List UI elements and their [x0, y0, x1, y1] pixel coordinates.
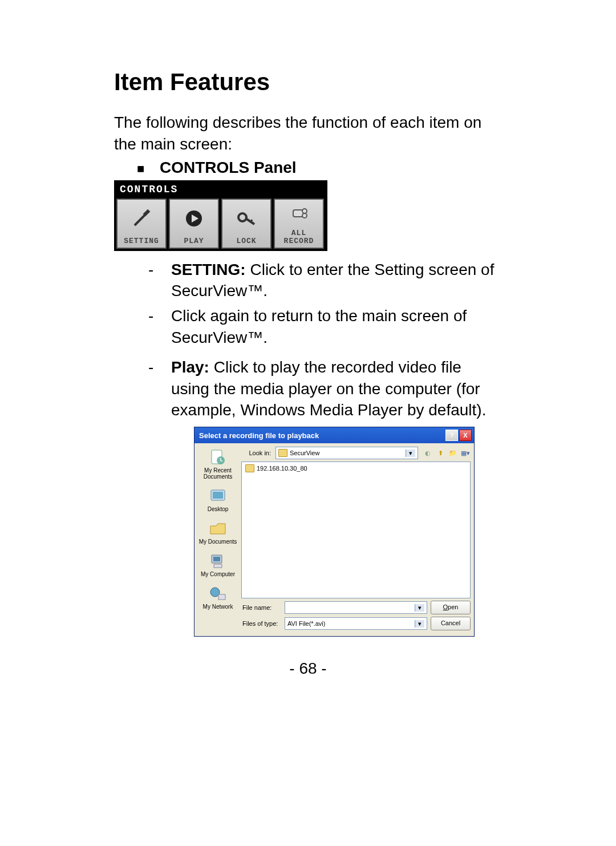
cancel-button[interactable]: Cancel — [431, 617, 471, 630]
camera-icon — [287, 200, 310, 230]
svg-point-4 — [238, 213, 246, 221]
chevron-down-icon: ▾ — [415, 620, 424, 628]
svg-line-0 — [135, 214, 146, 225]
desc-play-label: Play: — [171, 358, 209, 376]
nav-up-icon[interactable]: ⬆ — [435, 448, 445, 458]
my-network-icon — [208, 584, 228, 602]
svg-rect-15 — [213, 557, 220, 561]
close-button[interactable]: X — [459, 430, 472, 441]
controls-panel-title: CONTROLS — [115, 181, 326, 197]
svg-rect-13 — [213, 492, 223, 499]
filename-input[interactable]: ▾ — [285, 601, 427, 614]
desc-setting: - SETTING: Click to enter the Setting sc… — [148, 259, 502, 302]
chevron-down-icon: ▾ — [406, 450, 415, 457]
open-button[interactable]: Open — [431, 601, 471, 614]
open-button-label: pen — [448, 604, 458, 610]
setting-button[interactable]: SETTING — [116, 199, 167, 249]
setting-button-label: SETTING — [124, 237, 159, 245]
page-heading: Item Features — [114, 68, 502, 96]
chevron-down-icon: ▾ — [415, 604, 424, 612]
lookin-select[interactable]: SecurView ▾ — [275, 447, 418, 459]
place-mydocs[interactable]: My Documents — [194, 517, 241, 549]
lock-button[interactable]: LOCK — [221, 199, 271, 249]
filetype-label: Files of type: — [241, 620, 281, 627]
play-button-label: PLAY — [184, 237, 204, 245]
file-list[interactable]: 192.168.10.30_80 — [241, 462, 471, 598]
lookin-label: Look in: — [241, 450, 273, 456]
page-number: - 68 - — [114, 659, 502, 678]
nav-newfolder-icon[interactable]: 📁 — [448, 448, 458, 458]
dialog-titlebar: Select a recording file to playback ? X — [194, 427, 474, 443]
place-mynet[interactable]: My Network — [194, 582, 241, 614]
intro-text: The following describes the function of … — [114, 112, 502, 155]
my-documents-icon — [208, 519, 228, 537]
play-icon — [183, 200, 205, 237]
file-entry-name: 192.168.10.30_80 — [257, 465, 307, 472]
close-icon: X — [463, 432, 467, 439]
svg-point-9 — [302, 213, 307, 218]
recent-documents-icon — [208, 448, 228, 466]
folder-icon — [245, 464, 254, 472]
bullet-square-icon: ■ — [137, 161, 160, 176]
dialog-title: Select a recording file to playback — [199, 431, 444, 440]
my-computer-icon — [208, 552, 228, 570]
desktop-icon — [208, 487, 228, 505]
help-button[interactable]: ? — [445, 430, 458, 441]
screwdriver-icon — [130, 200, 153, 237]
desc-setting-note: - Click again to return to the main scre… — [148, 305, 502, 349]
svg-rect-16 — [214, 564, 222, 568]
file-open-dialog: Select a recording file to playback ? X … — [194, 427, 475, 637]
svg-line-6 — [251, 220, 252, 222]
folder-icon — [278, 449, 287, 457]
section-controls-panel: ■CONTROLS Panel — [137, 159, 502, 177]
filename-label: File name: — [241, 604, 281, 611]
all-record-button[interactable]: ALL RECORD — [274, 199, 324, 249]
help-icon: ? — [450, 432, 454, 439]
controls-panel-figure: CONTROLS SETTING PLAY LOCK — [114, 180, 327, 251]
filetype-value: AVI File(*.avi) — [287, 620, 325, 627]
places-bar: My Recent Documents Desktop My Documents… — [194, 443, 241, 636]
nav-views-icon[interactable]: ▦▾ — [460, 448, 471, 458]
desc-play: - Play: Click to play the recorded video… — [148, 357, 502, 421]
section-title: CONTROLS Panel — [160, 159, 297, 176]
desc-setting-label: SETTING: — [171, 261, 246, 278]
all-record-button-label: ALL RECORD — [275, 229, 323, 245]
desc-setting-note-text: Click again to return to the main screen… — [171, 307, 467, 346]
place-recent[interactable]: My Recent Documents — [194, 446, 241, 484]
key-icon — [235, 200, 258, 237]
nav-back-icon[interactable]: ◐ — [423, 448, 433, 458]
place-desktop[interactable]: Desktop — [194, 484, 241, 517]
place-mycomp[interactable]: My Computer — [194, 549, 241, 582]
svg-rect-18 — [218, 594, 225, 600]
filetype-select[interactable]: AVI File(*.avi) ▾ — [285, 617, 427, 630]
lock-button-label: LOCK — [236, 237, 256, 245]
svg-point-8 — [302, 209, 307, 213]
play-button[interactable]: PLAY — [169, 199, 219, 249]
file-entry[interactable]: 192.168.10.30_80 — [245, 464, 467, 472]
svg-line-5 — [246, 218, 254, 224]
desc-play-text: Click to play the recorded video file us… — [171, 358, 486, 419]
lookin-value: SecurView — [290, 450, 319, 456]
